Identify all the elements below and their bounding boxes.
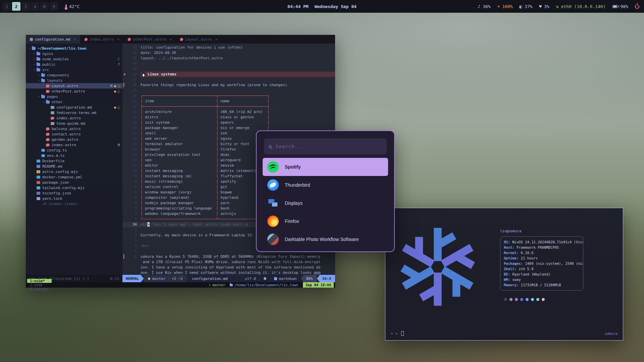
tab-otherPost.astro[interactable]: otherPost.astro× (124, 35, 176, 44)
tree-item-label: tailwind.config.mjs (42, 186, 85, 190)
tree-item-components[interactable]: ▸components (26, 72, 122, 78)
lightning-icon: ⚡ (209, 283, 211, 287)
launcher-item-displays[interactable]: Displays (263, 194, 388, 212)
battery-module[interactable]: 98% (612, 4, 628, 9)
launcher-item-thunderbird[interactable]: Thunderbird (263, 176, 388, 194)
editor-line[interactable]: 25 (122, 88, 335, 93)
editor-line[interactable]: 19│ init system │ openrc │ (122, 120, 335, 125)
clock[interactable]: 04:44 PM Wednesday Sep 04 (287, 4, 357, 9)
workspace-9[interactable]: 9 (50, 2, 58, 11)
tmux-window-1:nvim*[interactable]: 1:nvim* (27, 279, 52, 283)
tree-item-other[interactable]: ▾other (26, 99, 122, 105)
terminal-window[interactable]: liv@sakura OS: NixOS 24.11.20240828.71e9… (385, 208, 623, 341)
temperature-module[interactable]: 42°C (65, 4, 79, 9)
tree-item-label: node_modules (42, 57, 69, 61)
tree-item-label: yarn.lock (42, 196, 62, 201)
tree-item-pages[interactable]: ▾pages (26, 94, 122, 99)
folder-open-icon (41, 95, 45, 98)
editor-line[interactable]: and a 2TB (Crucial P5 Plus) NVMe drive. … (122, 259, 335, 265)
editor-line[interactable]: 24┌─────────────────────────────────┬───… (122, 93, 335, 99)
fastfetch-field-WM: WM: sway (504, 277, 580, 282)
search-input[interactable] (276, 144, 382, 149)
editor-line[interactable]: 18│ package manager │ nix or emerge │ (122, 125, 335, 131)
tree-item-fediverse-terms.md[interactable]: fediverse-terms.md (26, 110, 122, 115)
tab-close-icon[interactable]: × (74, 37, 76, 42)
workspace-8[interactable]: 8 (40, 2, 49, 11)
launcher-item-spotify[interactable]: Spotify (263, 158, 388, 176)
network-module[interactable]: ⇅eth0 (10.0.0.140) (556, 4, 606, 9)
tree-item-Dockerfile[interactable]: Dockerfile (26, 158, 122, 164)
tree-item-index.astro[interactable]: index.astro (26, 115, 122, 121)
workspace-3[interactable]: 3 (21, 2, 30, 11)
tree-item-public[interactable]: ▸public? (26, 62, 122, 67)
tab-close-icon[interactable]: × (169, 37, 172, 42)
tree-item-nginx[interactable]: ▸nginx (26, 51, 122, 56)
line-number: 19 (127, 120, 137, 125)
tree-item-~/Development/liv.town[interactable]: ▾~/Development/liv.town (26, 46, 122, 51)
astro-file-icon (85, 38, 88, 41)
tree-item-README.md[interactable]: README.md (26, 164, 122, 169)
tab-close-icon[interactable]: × (215, 37, 218, 42)
git-branch-name: master (152, 277, 166, 281)
terminal-cursor[interactable] (401, 331, 404, 336)
gutter-sign (122, 270, 127, 275)
tmux-window-3:lazygit[interactable]: 3:lazygit (27, 287, 52, 291)
launcher-item-firefox[interactable]: Firefox (263, 212, 388, 230)
editor-line[interactable]: 22├─────────────────────────────────┼───… (122, 104, 335, 109)
tree-item-(6 hidden items)[interactable]: (6 hidden items) (26, 201, 122, 206)
power-module[interactable] (635, 4, 639, 9)
workspace-1[interactable]: 1 (3, 2, 11, 11)
tree-item-layouts[interactable]: ▾layouts (26, 78, 122, 83)
tree-item-tone-guide.md[interactable]: tone-guide.md (26, 121, 122, 126)
launcher-search[interactable] (264, 138, 387, 155)
tree-item-otherPost.astro[interactable]: otherPost.astro●□ (26, 88, 122, 94)
tab-configuration.md[interactable]: configuration.md× (26, 35, 80, 44)
editor-line[interactable]: 29 (122, 66, 335, 72)
tree-item-env.d.ts[interactable]: env.d.ts (26, 153, 122, 158)
tab-close-icon[interactable]: × (117, 37, 119, 42)
editor-line[interactable]: 33title: configuration for devices i use… (122, 45, 335, 50)
editor-line[interactable]: 31layout: ../../layouts/otherPost.astro (122, 56, 335, 61)
tree-item-astro.config.mjs[interactable]: astro.config.mjs (26, 169, 122, 174)
tree-item-configuration.md[interactable]: configuration.md●□ (26, 105, 122, 110)
editor-line[interactable]: 27 (122, 77, 335, 82)
battery-value: 98% (621, 4, 628, 9)
tree-item-yarn.lock[interactable]: yarn.lock (26, 196, 122, 201)
workspace-4[interactable]: 4 (31, 2, 39, 11)
editor-line[interactable]: ▎26Favorite things regarding Linux and m… (122, 82, 335, 88)
disk-module[interactable]: ◧37% (520, 4, 532, 9)
tab-index.astro[interactable]: index.astro× (80, 35, 124, 44)
editor-line[interactable]: ●28Linux systems (122, 72, 335, 77)
gutter-sign (122, 206, 127, 211)
tree-item-node_modules[interactable]: ▸node_modulesE (26, 56, 122, 62)
tree-item-docker-compose.yml[interactable]: docker-compose.yml (26, 174, 122, 180)
editor-line[interactable]: 21│ architecture │ x86_64 (rip m2 pro) │ (122, 109, 335, 115)
editor-line[interactable]: 30--- (122, 61, 335, 66)
gutter-sign (122, 109, 127, 115)
tree-item-Layout.astro[interactable]: Layout.astroH●□ (26, 83, 122, 88)
gutter-sign (122, 217, 127, 222)
editor-line[interactable]: 32date: 2024-08-30 (122, 50, 335, 56)
tree-item-contact.astro[interactable]: contact.astro (26, 131, 122, 137)
editor-line[interactable]: 20│ distro │ nixos or gentoo │ (122, 115, 335, 120)
tree-item-src[interactable]: ▾src (26, 67, 122, 72)
tree-item-package.json[interactable]: package.json (26, 180, 122, 185)
tree-item-balcony.astro[interactable]: balcony.astro (26, 126, 122, 131)
brightness-module[interactable]: ☀100% (497, 4, 513, 9)
launcher-item-darktable[interactable]: Darktable Photo Workflow Software (263, 230, 388, 248)
editor-line[interactable]: ion. I have a setup consisting of Hyprla… (122, 265, 335, 270)
tree-item-config.ts[interactable]: config.ts (26, 147, 122, 153)
workspace-2[interactable]: 2 (12, 2, 20, 11)
editor-line[interactable]: ove. I use Nix when I need software with… (122, 270, 335, 275)
tree-item-tailwind.config.mjs[interactable]: tailwind.config.mjs (26, 185, 122, 190)
cpu-module[interactable]: ♥3% (539, 4, 549, 9)
editor-line[interactable]: ▎6sakura has a Ryzen 5 7640U, 32GB of DD… (122, 254, 335, 259)
tree-item-tsconfig.json[interactable]: tsconfig.json (26, 190, 122, 196)
volume-module[interactable]: ♪36% (478, 4, 490, 9)
tree-item-garden.astro[interactable]: garden.astro (26, 137, 122, 142)
tmux-window-2:node[interactable]: 2:node (27, 283, 52, 287)
tree-item-index.astro[interactable]: index.astroH (26, 142, 122, 147)
astro-icon (46, 143, 50, 146)
tab-Layout.astro[interactable]: Layout.astro× (176, 35, 222, 44)
editor-line[interactable]: 23│ item │ name │ (122, 99, 335, 104)
